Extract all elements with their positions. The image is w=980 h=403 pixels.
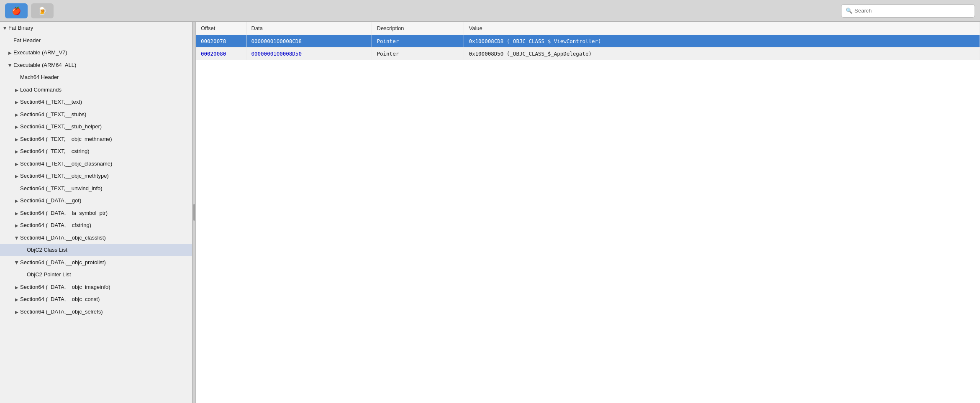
- sidebar-item-label: Section64 (_TEXT,__objc_methname): [20, 136, 112, 142]
- triangle-closed-icon: ▶: [15, 112, 18, 118]
- sidebar-item-label: Section64 (_TEXT,__objc_methtype): [20, 173, 109, 179]
- sidebar-item-label: Section64 (_TEXT,__cstring): [20, 148, 89, 154]
- cell-description: Pointer: [372, 48, 464, 60]
- triangle-closed-icon: ▶: [15, 173, 18, 179]
- triangle-open-icon: ▶: [14, 236, 20, 240]
- cell-offset: 00020078: [196, 35, 246, 48]
- sidebar-item-fat-binary[interactable]: ▶Fat Binary: [0, 22, 192, 34]
- sidebar-item-section64-data-cfstring[interactable]: ▶Section64 (_DATA,__cfstring): [0, 219, 192, 232]
- search-input[interactable]: [854, 8, 970, 14]
- cell-data: 0000000100008CD8: [246, 35, 372, 48]
- triangle-closed-icon: ▶: [15, 87, 18, 93]
- triangle-open-icon: ▶: [2, 27, 8, 30]
- triangle-closed-icon: ▶: [8, 50, 12, 56]
- cell-data: 0000000100008D50: [246, 48, 372, 60]
- col-header-description: Description: [372, 22, 464, 35]
- sidebar-item-section64-data-la_symbol_ptr[interactable]: ▶Section64 (_DATA,__la_symbol_ptr): [0, 207, 192, 219]
- triangle-closed-icon: ▶: [15, 222, 18, 229]
- sidebar-item-label: Section64 (_DATA,__objc_classlist): [20, 235, 106, 241]
- search-bar[interactable]: 🔍: [841, 4, 975, 18]
- sidebar-item-label: Section64 (_DATA,__cfstring): [20, 222, 91, 228]
- divider-handle: [193, 204, 195, 221]
- triangle-closed-icon: ▶: [15, 198, 18, 204]
- data-table: Offset Data Description Value 0002007800…: [196, 22, 980, 60]
- sidebar-item-label: Section64 (_TEXT,__stub_helper): [20, 123, 102, 130]
- col-header-offset: Offset: [196, 22, 246, 35]
- sidebar-item-section64-text-stub_helper[interactable]: ▶Section64 (_TEXT,__stub_helper): [0, 120, 192, 133]
- sidebar-item-label: Executable (ARM64_ALL): [13, 62, 76, 68]
- sidebar-item-label: Mach64 Header: [20, 74, 59, 80]
- sidebar-item-label: Section64 (_TEXT,__text): [20, 99, 82, 105]
- sidebar-item-label: ObjC2 Class List: [27, 247, 67, 253]
- sidebar-item-executable-arm_v7[interactable]: ▶Executable (ARM_V7): [0, 46, 192, 59]
- table-header: Offset Data Description Value: [196, 22, 980, 35]
- sidebar-item-mach64-header[interactable]: ▶Mach64 Header: [0, 71, 192, 84]
- sidebar-item-label: Fat Binary: [8, 25, 33, 31]
- cell-value: 0x100008CD8 (_OBJC_CLASS_$_ViewControlle…: [464, 35, 980, 48]
- triangle-closed-icon: ▶: [15, 136, 18, 143]
- sidebar-item-objc2-pointer-list[interactable]: ▶ObjC2 Pointer List: [0, 268, 192, 281]
- sidebar-item-section64-data-imageinfo[interactable]: ▶Section64 (_DATA,__objc_imageinfo): [0, 281, 192, 293]
- col-header-data: Data: [246, 22, 372, 35]
- tab1-icon: 🍎: [12, 6, 21, 15]
- tab-2[interactable]: 🍺: [31, 3, 54, 18]
- sidebar-item-section64-text-stubs[interactable]: ▶Section64 (_TEXT,__stubs): [0, 108, 192, 121]
- tab2-icon: 🍺: [38, 6, 47, 15]
- sidebar-item-section64-data-got[interactable]: ▶Section64 (_DATA,__got): [0, 194, 192, 207]
- sidebar-item-label: Section64 (_DATA,__objc_imageinfo): [20, 284, 110, 290]
- cell-offset: 00020080: [196, 48, 246, 60]
- tab-1[interactable]: 🍎: [5, 3, 28, 18]
- triangle-closed-icon: ▶: [15, 99, 18, 105]
- sidebar-item-section64-text-objc_methtype[interactable]: ▶Section64 (_TEXT,__objc_methtype): [0, 170, 192, 182]
- sidebar-item-section64-text-objc_methname[interactable]: ▶Section64 (_TEXT,__objc_methname): [0, 133, 192, 145]
- sidebar-item-label: Fat Header: [13, 37, 41, 43]
- cell-description: Pointer: [372, 35, 464, 48]
- sidebar-item-label: Section64 (_TEXT,__stubs): [20, 111, 86, 117]
- titlebar: 🍎 🍺 🔍: [0, 0, 980, 22]
- triangle-closed-icon: ▶: [15, 210, 18, 217]
- sidebar-item-label: Section64 (_DATA,__la_symbol_ptr): [20, 210, 108, 216]
- sidebar-item-section64-data-objc_protolist[interactable]: ▶Section64 (_DATA,__objc_protolist): [0, 256, 192, 269]
- sidebar-item-section64-text-text[interactable]: ▶Section64 (_TEXT,__text): [0, 96, 192, 108]
- triangle-open-icon: ▶: [7, 64, 13, 67]
- sidebar-item-label: Section64 (_TEXT,__unwind_info): [20, 185, 103, 191]
- sidebar-item-label: Section64 (_DATA,__objc_selrefs): [20, 309, 103, 315]
- sidebar-item-label: ObjC2 Pointer List: [27, 271, 71, 278]
- divider[interactable]: [192, 22, 196, 403]
- triangle-closed-icon: ▶: [15, 296, 18, 303]
- sidebar-item-label: Section64 (_DATA,__objc_const): [20, 296, 100, 302]
- data-panel: Offset Data Description Value 0002007800…: [196, 22, 980, 403]
- sidebar-item-section64-data-const[interactable]: ▶Section64 (_DATA,__objc_const): [0, 293, 192, 306]
- triangle-closed-icon: ▶: [15, 309, 18, 315]
- sidebar: ▶Fat Binary▶Fat Header▶Executable (ARM_V…: [0, 22, 192, 403]
- triangle-closed-icon: ▶: [15, 148, 18, 155]
- table-row[interactable]: 000200800000000100008D50Pointer0x100008D…: [196, 48, 980, 60]
- sidebar-item-section64-data-objc_classlist[interactable]: ▶Section64 (_DATA,__objc_classlist): [0, 232, 192, 244]
- triangle-closed-icon: ▶: [15, 161, 18, 167]
- triangle-closed-icon: ▶: [15, 284, 18, 291]
- sidebar-item-label: Section64 (_DATA,__got): [20, 197, 81, 204]
- sidebar-item-fat-header[interactable]: ▶Fat Header: [0, 34, 192, 47]
- cell-value: 0x100008D50 (_OBJC_CLASS_$_AppDelegate): [464, 48, 980, 60]
- sidebar-item-section64-text-objc_classname[interactable]: ▶Section64 (_TEXT,__objc_classname): [0, 158, 192, 170]
- sidebar-item-label: Section64 (_DATA,__objc_protolist): [20, 259, 106, 265]
- sidebar-item-load-commands[interactable]: ▶Load Commands: [0, 84, 192, 96]
- sidebar-item-objc2-class-list[interactable]: ▶ObjC2 Class List: [0, 244, 192, 256]
- sidebar-item-label: Load Commands: [20, 87, 62, 93]
- sidebar-item-label: Executable (ARM_V7): [13, 49, 67, 56]
- search-icon: 🔍: [846, 8, 852, 14]
- table-body: 000200780000000100008CD8Pointer0x100008C…: [196, 35, 980, 60]
- triangle-open-icon: ▶: [14, 261, 20, 264]
- sidebar-item-section64-text-unwind_info[interactable]: ▶Section64 (_TEXT,__unwind_info): [0, 182, 192, 195]
- col-header-value: Value: [464, 22, 980, 35]
- table-row[interactable]: 000200780000000100008CD8Pointer0x100008C…: [196, 35, 980, 48]
- main-content: ▶Fat Binary▶Fat Header▶Executable (ARM_V…: [0, 22, 980, 403]
- sidebar-item-section64-text-cstring[interactable]: ▶Section64 (_TEXT,__cstring): [0, 145, 192, 158]
- sidebar-item-label: Section64 (_TEXT,__objc_classname): [20, 161, 112, 167]
- sidebar-item-executable-arm64_all[interactable]: ▶Executable (ARM64_ALL): [0, 59, 192, 71]
- sidebar-item-section64-data-selrefs[interactable]: ▶Section64 (_DATA,__objc_selrefs): [0, 306, 192, 318]
- triangle-closed-icon: ▶: [15, 124, 18, 130]
